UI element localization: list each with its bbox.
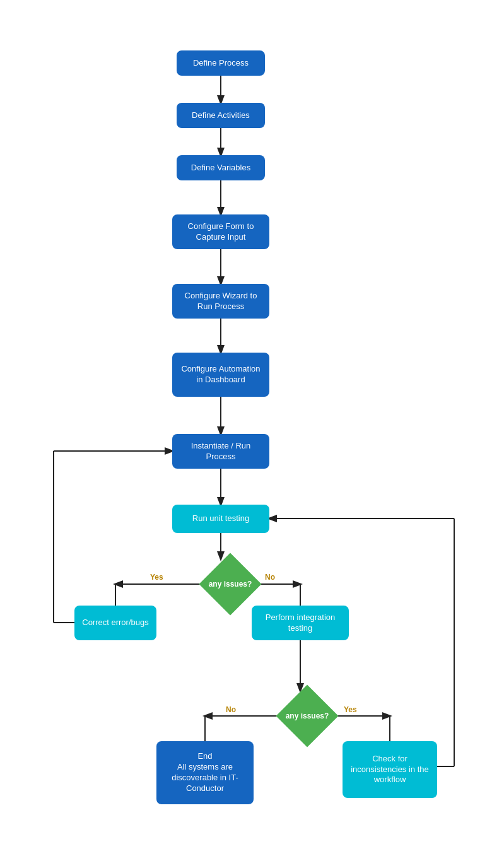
define-activities-node: Define Activities <box>177 103 265 128</box>
end-node: EndAll systems are discoverable in IT-Co… <box>156 741 254 804</box>
any-issues-diamond-2: any issues? <box>282 691 332 741</box>
define-variables-node: Define Variables <box>177 155 265 180</box>
run-unit-testing-node: Run unit testing <box>172 505 269 533</box>
configure-form-node: Configure Form to Capture Input <box>172 214 269 249</box>
yes-label-2: Yes <box>344 705 357 714</box>
no-label-2: No <box>226 705 236 714</box>
any-issues-diamond-1: any issues? <box>205 559 255 609</box>
no-label-1: No <box>265 573 275 582</box>
flowchart: Define Process Define Activities Define … <box>0 0 504 844</box>
instantiate-run-node: Instantiate / Run Process <box>172 434 269 469</box>
configure-wizard-node: Configure Wizard to Run Process <box>172 284 269 319</box>
perform-integration-node: Perform integration testing <box>252 606 349 640</box>
configure-automation-node: Configure Automation in Dashboard <box>172 353 269 397</box>
define-process-node: Define Process <box>177 50 265 76</box>
correct-errors-node: Correct error/bugs <box>74 606 156 640</box>
check-inconsistencies-node: Check for inconsistencies in the workflo… <box>343 741 437 798</box>
yes-label-1: Yes <box>150 573 163 582</box>
